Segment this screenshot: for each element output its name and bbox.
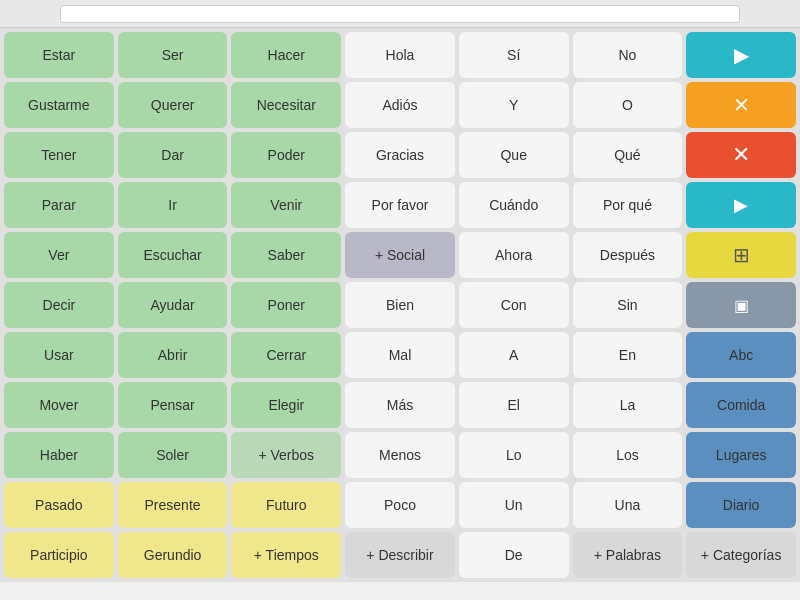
grid-btn-r6-c0[interactable]: Usar [4,332,114,378]
grid-btn-r1-c2[interactable]: Necesitar [231,82,341,128]
grid-btn-r9-c0[interactable]: Pasado [4,482,114,528]
grid-btn-r8-c5[interactable]: Los [573,432,683,478]
grid-btn-r2-c4[interactable]: Que [459,132,569,178]
grid-btn-r8-c2[interactable]: + Verbos [231,432,341,478]
grid-btn-r7-c3[interactable]: Más [345,382,455,428]
grid-btn-r9-c3[interactable]: Poco [345,482,455,528]
grid-btn-r10-c6[interactable]: + Categorías [686,532,796,578]
grid-btn-r2-c1[interactable]: Dar [118,132,228,178]
grid-btn-r2-c3[interactable]: Gracias [345,132,455,178]
grid-btn-r1-c4[interactable]: Y [459,82,569,128]
grid-btn-r0-c4[interactable]: Sí [459,32,569,78]
grid-btn-r5-c4[interactable]: Con [459,282,569,328]
grid-btn-r7-c6[interactable]: Comida [686,382,796,428]
grid-btn-r7-c4[interactable]: El [459,382,569,428]
grid-btn-r3-c3[interactable]: Por favor [345,182,455,228]
grid-btn-r6-c6[interactable]: Abc [686,332,796,378]
grid-btn-r4-c4[interactable]: Ahora [459,232,569,278]
grid-btn-r7-c1[interactable]: Pensar [118,382,228,428]
grid-btn-r8-c4[interactable]: Lo [459,432,569,478]
grid-btn-r10-c4[interactable]: De [459,532,569,578]
grid-btn-r0-c1[interactable]: Ser [118,32,228,78]
grid-btn-r0-c0[interactable]: Estar [4,32,114,78]
grid-btn-r3-c0[interactable]: Parar [4,182,114,228]
grid-btn-r3-c2[interactable]: Venir [231,182,341,228]
grid-btn-r4-c1[interactable]: Escuchar [118,232,228,278]
grid-btn-r9-c4[interactable]: Un [459,482,569,528]
grid-btn-r3-c1[interactable]: Ir [118,182,228,228]
grid-btn-r1-c6[interactable]: ✕ [686,82,796,128]
grid-btn-r0-c2[interactable]: Hacer [231,32,341,78]
grid-btn-r7-c2[interactable]: Elegir [231,382,341,428]
grid-btn-r2-c2[interactable]: Poder [231,132,341,178]
grid-btn-r7-c5[interactable]: La [573,382,683,428]
grid-btn-r9-c1[interactable]: Presente [118,482,228,528]
grid-btn-r8-c6[interactable]: Lugares [686,432,796,478]
grid-btn-r1-c1[interactable]: Querer [118,82,228,128]
grid-btn-r2-c6[interactable]: ✕ [686,132,796,178]
grid-btn-r0-c6[interactable]: ▶ [686,32,796,78]
grid-btn-r6-c1[interactable]: Abrir [118,332,228,378]
grid-btn-r5-c6[interactable]: ▣ [686,282,796,328]
grid-btn-r5-c2[interactable]: Poner [231,282,341,328]
grid-btn-r2-c5[interactable]: Qué [573,132,683,178]
grid-btn-r0-c3[interactable]: Hola [345,32,455,78]
top-bar [0,0,800,28]
grid-btn-r5-c3[interactable]: Bien [345,282,455,328]
search-bar[interactable] [60,5,740,23]
grid-btn-r6-c2[interactable]: Cerrar [231,332,341,378]
grid-btn-r4-c3[interactable]: + Social [345,232,455,278]
grid-btn-r3-c5[interactable]: Por qué [573,182,683,228]
grid-btn-r10-c2[interactable]: + Tiempos [231,532,341,578]
grid-btn-r7-c0[interactable]: Mover [4,382,114,428]
grid-btn-r4-c0[interactable]: Ver [4,232,114,278]
grid-btn-r3-c6[interactable]: ▶ [686,182,796,228]
grid-btn-r10-c5[interactable]: + Palabras [573,532,683,578]
grid-btn-r10-c0[interactable]: Participio [4,532,114,578]
grid-btn-r6-c4[interactable]: A [459,332,569,378]
grid-btn-r9-c5[interactable]: Una [573,482,683,528]
grid-btn-r1-c5[interactable]: O [573,82,683,128]
grid-btn-r1-c3[interactable]: Adiós [345,82,455,128]
grid-btn-r8-c0[interactable]: Haber [4,432,114,478]
grid-btn-r2-c0[interactable]: Tener [4,132,114,178]
grid-btn-r8-c3[interactable]: Menos [345,432,455,478]
grid-btn-r4-c6[interactable]: ⊞ [686,232,796,278]
grid-btn-r10-c3[interactable]: + Describir [345,532,455,578]
grid-btn-r1-c0[interactable]: Gustarme [4,82,114,128]
grid-btn-r4-c2[interactable]: Saber [231,232,341,278]
grid-btn-r9-c2[interactable]: Futuro [231,482,341,528]
grid-btn-r9-c6[interactable]: Diario [686,482,796,528]
grid-btn-r8-c1[interactable]: Soler [118,432,228,478]
grid-btn-r0-c5[interactable]: No [573,32,683,78]
grid-btn-r4-c5[interactable]: Después [573,232,683,278]
grid-btn-r6-c5[interactable]: En [573,332,683,378]
button-grid: EstarSerHacerHolaSíNo▶GustarmeQuererNece… [0,28,800,582]
grid-btn-r6-c3[interactable]: Mal [345,332,455,378]
grid-btn-r10-c1[interactable]: Gerundio [118,532,228,578]
grid-btn-r5-c1[interactable]: Ayudar [118,282,228,328]
grid-btn-r5-c5[interactable]: Sin [573,282,683,328]
grid-btn-r5-c0[interactable]: Decir [4,282,114,328]
grid-btn-r3-c4[interactable]: Cuándo [459,182,569,228]
